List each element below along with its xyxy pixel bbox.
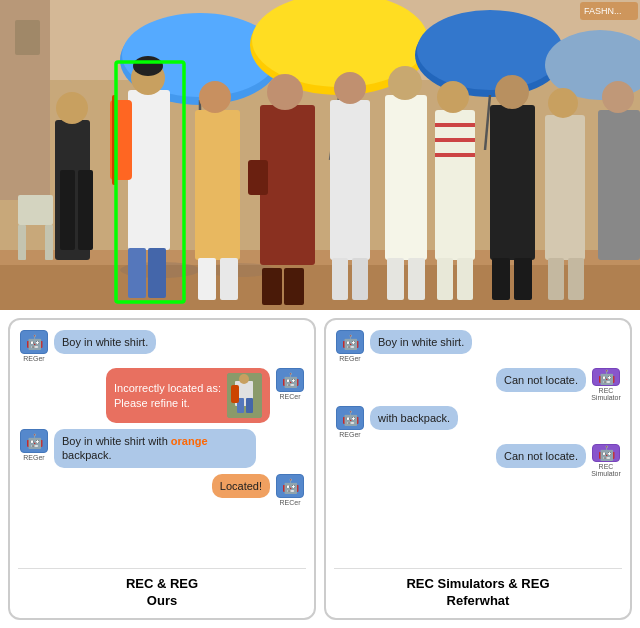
svg-rect-52 bbox=[457, 258, 473, 300]
recer-icon-2: 🤖 bbox=[276, 368, 304, 392]
svg-rect-29 bbox=[195, 110, 240, 260]
svg-rect-59 bbox=[548, 258, 564, 300]
left-chat-area: 🤖 REGer Boy in white shirt. 🤖 RECer Inco… bbox=[18, 330, 306, 565]
right-divider bbox=[334, 568, 622, 569]
orange-word: orange bbox=[171, 435, 208, 447]
right-chat-row-4: 🤖 RECSimulator Can not locate. bbox=[334, 444, 622, 476]
svg-rect-36 bbox=[262, 268, 282, 305]
svg-rect-20 bbox=[60, 170, 75, 250]
right-panel: 🤖 REGer Boy in white shirt. 🤖 RECSimulat… bbox=[324, 318, 632, 620]
reger-avatar-1: 🤖 REGer bbox=[18, 330, 50, 362]
right-chat-row-2: 🤖 RECSimulator Can not locate. bbox=[334, 368, 622, 400]
svg-rect-66 bbox=[45, 225, 53, 260]
right-bubble-2: Can not locate. bbox=[496, 368, 586, 392]
svg-rect-5 bbox=[0, 265, 640, 310]
svg-rect-22 bbox=[128, 90, 170, 250]
bubble-3: Boy in white shirt with orange backpack. bbox=[54, 429, 256, 468]
bubble-located: Located! bbox=[212, 474, 270, 498]
right-reger-icon-1: 🤖 bbox=[336, 330, 364, 354]
reger-icon-3: 🤖 bbox=[20, 429, 48, 453]
svg-point-30 bbox=[199, 81, 231, 113]
svg-point-39 bbox=[334, 72, 366, 104]
rec-sim-avatar-1: 🤖 RECSimulator bbox=[590, 368, 622, 400]
right-chat-area: 🤖 REGer Boy in white shirt. 🤖 RECSimulat… bbox=[334, 330, 622, 565]
svg-rect-51 bbox=[437, 258, 453, 300]
reger-label-3: REGer bbox=[23, 454, 44, 461]
svg-point-71 bbox=[239, 374, 249, 384]
svg-rect-57 bbox=[545, 115, 585, 260]
svg-rect-38 bbox=[330, 100, 370, 260]
right-chat-row-3: 🤖 REGer with backpack. bbox=[334, 406, 622, 438]
recer-label-4: RECer bbox=[279, 499, 300, 506]
svg-point-15 bbox=[417, 10, 563, 90]
svg-point-43 bbox=[388, 66, 422, 100]
svg-rect-44 bbox=[387, 258, 404, 300]
svg-rect-3 bbox=[15, 20, 40, 55]
svg-rect-61 bbox=[598, 110, 640, 260]
svg-rect-55 bbox=[492, 258, 510, 300]
rec-sim-icon-1: 🤖 bbox=[592, 368, 620, 386]
right-chat-row-1: 🤖 REGer Boy in white shirt. bbox=[334, 330, 622, 362]
svg-rect-73 bbox=[246, 398, 253, 413]
svg-rect-74 bbox=[231, 385, 239, 403]
panels-container: 🤖 REGer Boy in white shirt. 🤖 RECer Inco… bbox=[0, 310, 640, 628]
right-bubble-4: Can not locate. bbox=[496, 444, 586, 468]
chat-row-1: 🤖 REGer Boy in white shirt. bbox=[18, 330, 306, 362]
svg-rect-32 bbox=[220, 258, 238, 300]
svg-text:FASHN...: FASHN... bbox=[584, 6, 622, 16]
svg-rect-42 bbox=[385, 95, 427, 260]
recer-icon-4: 🤖 bbox=[276, 474, 304, 498]
reger-icon-1: 🤖 bbox=[20, 330, 48, 354]
svg-rect-64 bbox=[18, 195, 53, 225]
svg-rect-21 bbox=[78, 170, 93, 250]
left-panel-title: REC & REG Ours bbox=[18, 576, 306, 610]
right-reger-icon-3: 🤖 bbox=[336, 406, 364, 430]
recer-avatar-2: 🤖 RECer bbox=[274, 368, 306, 400]
svg-rect-37 bbox=[284, 268, 304, 305]
svg-rect-65 bbox=[18, 225, 26, 260]
svg-point-26 bbox=[133, 56, 163, 76]
recer-label-2: RECer bbox=[279, 393, 300, 400]
right-panel-title: REC Simulators & REG Referwhat bbox=[334, 576, 622, 610]
right-bubble-3: with backpack. bbox=[370, 406, 458, 430]
reger-label-1: REGer bbox=[23, 355, 44, 362]
scene-image: FASHN... bbox=[0, 0, 640, 310]
reger-avatar-3: 🤖 REGer bbox=[18, 429, 50, 461]
svg-rect-27 bbox=[128, 248, 146, 298]
svg-rect-53 bbox=[490, 105, 535, 260]
svg-rect-31 bbox=[198, 258, 216, 300]
left-panel: 🤖 REGer Boy in white shirt. 🤖 RECer Inco… bbox=[8, 318, 316, 620]
right-reger-label-1: REGer bbox=[339, 355, 360, 362]
right-reger-label-3: REGer bbox=[339, 431, 360, 438]
svg-point-54 bbox=[495, 75, 529, 109]
svg-rect-56 bbox=[514, 258, 532, 300]
svg-rect-41 bbox=[352, 258, 368, 300]
right-reger-avatar-3: 🤖 REGer bbox=[334, 406, 366, 438]
svg-rect-45 bbox=[408, 258, 425, 300]
svg-rect-33 bbox=[260, 105, 315, 265]
svg-rect-60 bbox=[568, 258, 584, 300]
chat-row-4: 🤖 RECer Located! bbox=[18, 474, 306, 506]
mini-image bbox=[227, 373, 262, 418]
svg-rect-35 bbox=[248, 160, 268, 195]
chat-row-2: 🤖 RECer Incorrectly located as: Please r… bbox=[18, 368, 306, 423]
rec-sim-label-2: RECSimulator bbox=[591, 463, 621, 477]
svg-rect-40 bbox=[332, 258, 348, 300]
svg-rect-28 bbox=[148, 248, 166, 298]
svg-point-58 bbox=[548, 88, 578, 118]
chat-row-3: 🤖 REGer Boy in white shirt with orange b… bbox=[18, 429, 306, 468]
left-divider bbox=[18, 568, 306, 569]
bubble-2: Incorrectly located as: Please refine it… bbox=[106, 368, 270, 423]
recer-avatar-4: 🤖 RECer bbox=[274, 474, 306, 506]
bubble-1: Boy in white shirt. bbox=[54, 330, 156, 354]
rec-sim-avatar-2: 🤖 RECSimulator bbox=[590, 444, 622, 476]
rec-sim-label-1: RECSimulator bbox=[591, 387, 621, 401]
svg-point-34 bbox=[267, 74, 303, 110]
rec-sim-icon-2: 🤖 bbox=[592, 444, 620, 462]
right-bubble-1: Boy in white shirt. bbox=[370, 330, 472, 354]
svg-point-50 bbox=[437, 81, 469, 113]
right-reger-avatar-1: 🤖 REGer bbox=[334, 330, 366, 362]
svg-point-62 bbox=[602, 81, 634, 113]
svg-rect-46 bbox=[435, 110, 475, 260]
svg-point-19 bbox=[56, 92, 88, 124]
